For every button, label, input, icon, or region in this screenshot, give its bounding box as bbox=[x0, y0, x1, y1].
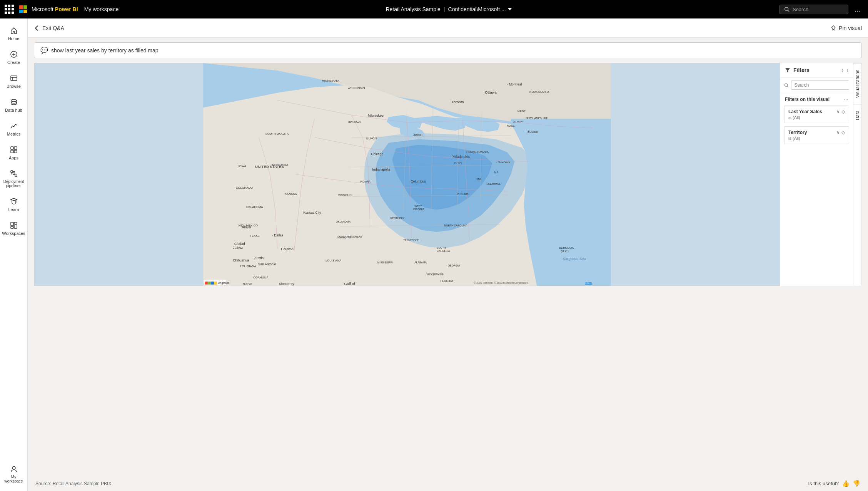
svg-text:ILLINOIS: ILLINOIS bbox=[366, 137, 377, 140]
sidebar-item-browse[interactable]: Browse bbox=[0, 70, 27, 92]
svg-text:BERMUDA: BERMUDA bbox=[559, 246, 574, 250]
sidebar-item-deployment[interactable]: Deployment pipelines bbox=[0, 166, 27, 192]
svg-rect-20 bbox=[14, 222, 17, 224]
bottom-bar: Source: Retail Analysis Sample PBIX Is t… bbox=[28, 476, 868, 491]
qa-bar[interactable]: 💬 show last year sales by territory as f… bbox=[34, 42, 862, 58]
thumbs-down-button[interactable]: 👎 bbox=[853, 480, 860, 487]
svg-text:TEXAS: TEXAS bbox=[250, 234, 260, 238]
report-subtitle-dropdown[interactable]: Confidential\Microsoft ... bbox=[448, 6, 512, 12]
tab-data[interactable]: Data bbox=[853, 104, 861, 126]
svg-text:ALABAMA: ALABAMA bbox=[414, 261, 427, 264]
browse-icon bbox=[10, 74, 18, 82]
datahub-icon bbox=[10, 98, 18, 106]
more-options-button[interactable]: ... bbox=[851, 4, 863, 15]
sidebar-item-learn[interactable]: Learn bbox=[0, 193, 27, 216]
filter1-clear-button[interactable]: ◇ bbox=[841, 109, 845, 114]
sidebar-item-apps[interactable]: Apps bbox=[0, 142, 27, 164]
filters-search-input[interactable] bbox=[791, 80, 850, 90]
svg-text:Denver: Denver bbox=[240, 225, 251, 229]
svg-text:KENTUCKY: KENTUCKY bbox=[391, 217, 405, 220]
source-text: Source: Retail Analysis Sample PBIX bbox=[35, 481, 111, 486]
svg-rect-19 bbox=[11, 222, 13, 226]
svg-text:MISSOURI: MISSOURI bbox=[338, 193, 352, 197]
left-sidebar: Home Create Browse bbox=[0, 18, 28, 491]
svg-text:Jacksonville: Jacksonville bbox=[426, 272, 444, 276]
filter1-expand-button[interactable]: ∨ bbox=[836, 109, 840, 114]
svg-text:N.J.: N.J. bbox=[494, 171, 499, 174]
svg-text:OHIO: OHIO bbox=[454, 161, 462, 165]
filter2-clear-button[interactable]: ◇ bbox=[841, 130, 845, 135]
filter2-expand-button[interactable]: ∨ bbox=[836, 130, 840, 135]
sidebar-item-create[interactable]: Create bbox=[0, 46, 27, 69]
svg-text:Detroit: Detroit bbox=[412, 133, 422, 137]
metrics-icon bbox=[10, 122, 18, 130]
sidebar-item-home[interactable]: Home bbox=[0, 22, 27, 45]
filters-more-button[interactable]: ··· bbox=[844, 96, 848, 102]
filters-expand-button[interactable]: › bbox=[842, 67, 844, 73]
learn-icon bbox=[10, 197, 18, 206]
svg-rect-12 bbox=[14, 150, 17, 153]
svg-text:Terms: Terms bbox=[585, 282, 592, 284]
svg-text:Columbus: Columbus bbox=[411, 179, 426, 183]
svg-text:OKLAHOMA: OKLAHOMA bbox=[336, 220, 351, 223]
svg-rect-10 bbox=[14, 147, 17, 149]
filter1-condition: is (All) bbox=[788, 115, 845, 120]
svg-text:Kansas City: Kansas City bbox=[303, 211, 321, 214]
svg-text:VERMONT: VERMONT bbox=[513, 121, 524, 123]
svg-text:Ciudad: Ciudad bbox=[234, 242, 245, 246]
svg-text:🟥🟩🟦🟨 BingMaps: 🟥🟩🟦🟨 BingMaps bbox=[205, 281, 229, 285]
myworkspace-icon bbox=[10, 465, 18, 473]
svg-text:WEST: WEST bbox=[414, 205, 422, 208]
nav-center: Retail Analysis Sample | Confidential\Mi… bbox=[122, 6, 776, 12]
svg-text:MISSISSIPPI: MISSISSIPPI bbox=[377, 261, 393, 264]
back-arrow-icon bbox=[34, 25, 40, 31]
useful-label: Is this useful? bbox=[808, 481, 839, 486]
tab-visualizations[interactable]: Visualizations bbox=[853, 63, 861, 104]
report-title: Retail Analysis Sample bbox=[386, 6, 440, 12]
svg-text:MD.: MD. bbox=[477, 178, 481, 180]
svg-rect-13 bbox=[11, 171, 13, 173]
qa-query: show last year sales by territory as fil… bbox=[51, 47, 159, 54]
microsoft-logo bbox=[19, 5, 27, 13]
exit-qa-button[interactable]: Exit Q&A bbox=[34, 25, 64, 31]
svg-point-8 bbox=[11, 99, 17, 102]
search-box[interactable]: Search bbox=[779, 5, 848, 14]
svg-text:NORTH CAROLINA: NORTH CAROLINA bbox=[444, 224, 467, 227]
svg-text:INDIANA: INDIANA bbox=[360, 180, 371, 183]
svg-text:Ottawa: Ottawa bbox=[485, 90, 497, 94]
sidebar-item-datahub[interactable]: Data hub bbox=[0, 94, 27, 116]
filter-item-last-year-sales: Last Year Sales ∨ ◇ is (All) bbox=[784, 106, 849, 123]
svg-text:COLORADO: COLORADO bbox=[236, 186, 253, 189]
svg-text:VIRGINIA: VIRGINIA bbox=[457, 193, 469, 195]
svg-text:Austin: Austin bbox=[254, 256, 264, 260]
grid-menu-icon[interactable] bbox=[5, 5, 14, 14]
svg-rect-9 bbox=[11, 147, 13, 149]
apps-icon bbox=[10, 146, 18, 154]
svg-point-23 bbox=[12, 466, 15, 469]
sidebar-item-metrics[interactable]: Metrics bbox=[0, 118, 27, 140]
svg-text:Chicago: Chicago bbox=[371, 152, 384, 156]
svg-text:LOUISIANA: LOUISIANA bbox=[326, 259, 342, 262]
svg-text:MICHIGAN: MICHIGAN bbox=[348, 121, 361, 124]
workspace-label[interactable]: My workspace bbox=[84, 6, 119, 12]
svg-text:MINNESOTA: MINNESOTA bbox=[322, 79, 339, 82]
sidebar-item-workspaces[interactable]: Workspaces bbox=[0, 217, 27, 240]
svg-text:FLORIDA: FLORIDA bbox=[441, 279, 454, 283]
filters-header: Filters › ‹ bbox=[780, 63, 853, 77]
svg-text:LOUISIANA: LOUISIANA bbox=[240, 265, 257, 268]
svg-rect-15 bbox=[15, 175, 17, 177]
pin-visual-button[interactable]: Pin visual bbox=[831, 25, 862, 31]
deployment-icon bbox=[10, 169, 18, 178]
filters-collapse-button[interactable]: ‹ bbox=[846, 67, 848, 73]
map-container[interactable]: Detroit Chicago Indianapolis Columbus OH… bbox=[34, 63, 780, 286]
svg-text:NEW HAMPSHIRE: NEW HAMPSHIRE bbox=[526, 117, 548, 119]
svg-text:Memphis: Memphis bbox=[337, 235, 351, 239]
thumbs-up-button[interactable]: 👍 bbox=[842, 480, 850, 487]
filters-section-header: Filters on this visual ··· bbox=[780, 93, 853, 104]
svg-text:MASS.: MASS. bbox=[507, 124, 515, 127]
svg-text:WISCONSIN: WISCONSIN bbox=[348, 86, 365, 90]
svg-text:UNITED STATES: UNITED STATES bbox=[255, 164, 284, 169]
main-content: Exit Q&A Pin visual 💬 show last year sal… bbox=[28, 18, 868, 491]
svg-text:· New York: · New York bbox=[496, 161, 510, 164]
sidebar-item-myworkspace[interactable]: My workspace bbox=[0, 461, 27, 487]
